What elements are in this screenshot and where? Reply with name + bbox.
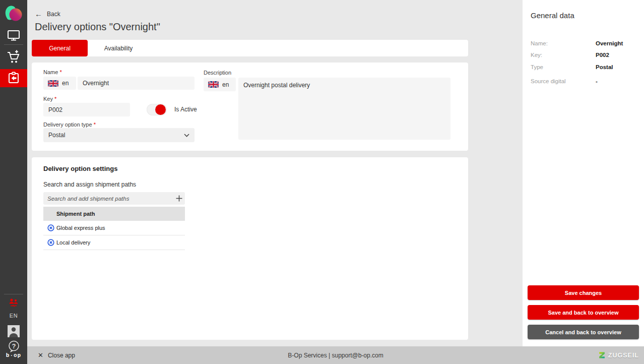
summary-source-digital-value: -	[596, 78, 598, 84]
shipment-paths-search-label: Search and assign shipment paths	[43, 181, 136, 188]
name-input[interactable]	[78, 77, 195, 90]
settings-card-title: Delivery option settings	[43, 165, 117, 172]
app-sidebar: EN ? b·op	[0, 0, 27, 364]
name-label: Name *	[43, 69, 62, 75]
required-marker: *	[94, 122, 96, 128]
cancel-and-back-button[interactable]: Cancel and back to overview	[528, 325, 639, 339]
brand-area: ZUGSEIL	[598, 346, 639, 364]
back-button[interactable]: ← Back	[35, 10, 60, 18]
sidebar-divider-bottom	[4, 294, 23, 294]
shipment-path-row: Global express plus	[43, 221, 185, 235]
is-active-label: Is Active	[174, 106, 197, 113]
shipment-path-name: Local delivery	[56, 239, 90, 246]
users-red-icon[interactable]	[0, 297, 27, 309]
summary-name-value: Overnight	[596, 40, 623, 46]
key-input[interactable]	[43, 103, 130, 116]
shipment-path-name: Global express plus	[56, 225, 105, 231]
general-form-card: Name * en Description en Overnight posta…	[32, 63, 468, 151]
description-label: Description	[204, 70, 231, 76]
help-icon[interactable]: ?	[0, 340, 27, 353]
shipment-path-search-input[interactable]	[43, 192, 173, 205]
monitor-icon[interactable]	[0, 28, 27, 42]
page-title: Delivery options "Overnight"	[35, 21, 160, 33]
summary-type-label: Type	[531, 64, 543, 70]
remove-shipment-path-icon[interactable]	[47, 239, 54, 246]
is-active-toggle[interactable]	[147, 104, 167, 115]
bop-logo: b·op	[0, 352, 27, 358]
back-label: Back	[47, 11, 60, 18]
summary-source-digital-label: Source digital	[531, 78, 566, 84]
back-arrow-icon: ←	[35, 10, 42, 18]
name-lang-code: en	[62, 80, 69, 87]
delivery-option-type-label: Delivery option type *	[43, 122, 96, 128]
uk-flag-icon	[48, 80, 58, 87]
add-shipment-path-button[interactable]	[173, 192, 185, 205]
delivery-option-settings-card: Delivery option settings Search and assi…	[32, 157, 468, 340]
brand-name: ZUGSEIL	[608, 352, 639, 359]
sidebar-divider-top	[4, 44, 23, 45]
chevron-down-icon	[184, 134, 189, 137]
key-label: Key *	[43, 96, 56, 102]
cart-plus-icon[interactable]	[0, 49, 27, 65]
save-and-back-button[interactable]: Save and back to overview	[528, 305, 639, 320]
uk-flag-icon	[208, 81, 219, 88]
description-language-tag[interactable]: en	[204, 78, 236, 91]
plus-icon	[176, 195, 182, 202]
name-language-tag[interactable]: en	[43, 77, 76, 90]
footer-bar: ✕ Close app B-Op Services | support@b-op…	[27, 346, 644, 364]
tab-availability[interactable]: Availability	[88, 40, 149, 56]
tab-general[interactable]: General	[32, 40, 88, 56]
selected-type-value: Postal	[48, 132, 65, 139]
required-marker: *	[59, 69, 61, 75]
summary-key-label: Key:	[531, 52, 542, 58]
sidebar-item-delivery-options[interactable]	[0, 69, 27, 87]
remove-shipment-path-icon[interactable]	[47, 224, 54, 231]
support-text: B-Op Services | support@b-op.com	[27, 346, 644, 364]
general-data-panel: General data Name: Overnight Key: P002 T…	[523, 0, 644, 346]
app-logo-icon[interactable]	[4, 4, 23, 23]
summary-type-value: Postal	[596, 64, 613, 70]
shipment-path-table-header: Shipment path	[43, 207, 185, 221]
description-textarea[interactable]: Overnight postal delivery	[238, 78, 450, 140]
required-marker: *	[54, 96, 56, 102]
shipment-path-search-box	[43, 192, 185, 205]
summary-key-value: P002	[596, 52, 609, 58]
save-changes-button[interactable]: Save changes	[528, 285, 639, 300]
shipment-path-row: Local delivery	[43, 235, 185, 250]
user-avatar-icon[interactable]	[0, 325, 27, 338]
svg-text:?: ?	[12, 342, 16, 349]
tab-bar: General Availability	[32, 40, 468, 56]
zugseil-z-icon	[598, 351, 606, 359]
toggle-knob	[155, 104, 166, 115]
language-badge[interactable]: EN	[0, 313, 27, 319]
summary-name-label: Name:	[531, 40, 548, 46]
delivery-option-type-select[interactable]: Postal	[43, 128, 195, 142]
general-data-title: General data	[531, 11, 574, 20]
description-lang-code: en	[222, 81, 229, 88]
